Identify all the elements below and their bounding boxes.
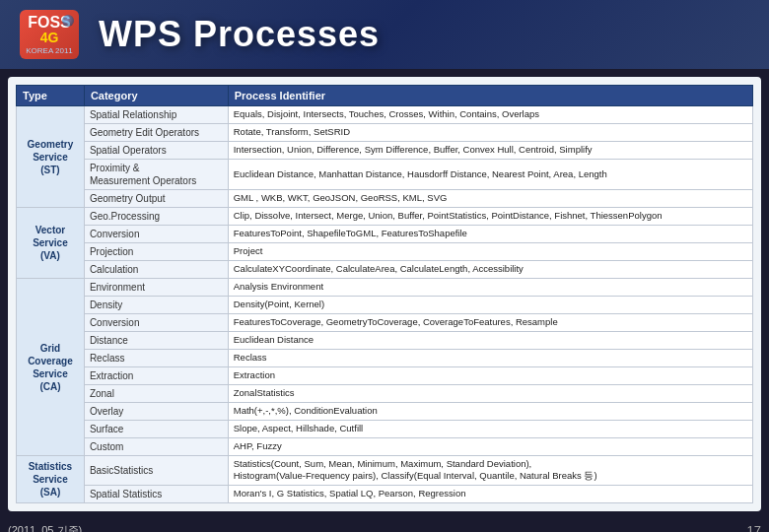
wps-table: Type Category Process Identifier Geometr… xyxy=(16,85,753,503)
page-number: 17 xyxy=(747,523,761,532)
table-row: Geometry Output GML , WKB, WKT, GeoJSON,… xyxy=(17,190,753,208)
header: FOSS 4G KOREA 2011 WPS Processes xyxy=(0,0,769,69)
table-row: Extraction Extraction xyxy=(17,367,753,385)
table-row: Spatial Statistics Moran's I, G Statisti… xyxy=(17,485,753,502)
table-row: Surface Slope, Aspect, Hillshade, Cutfil… xyxy=(17,421,753,438)
process-cell: Intersection, Union, Difference, Sym Dif… xyxy=(228,142,752,160)
category-cell: Custom xyxy=(84,438,228,456)
type-cell-grid: GridCoverageService(CA) xyxy=(17,279,85,456)
process-cell: Density(Point, Kernel) xyxy=(228,297,752,314)
process-cell: Reclass xyxy=(228,350,752,367)
logo-4g-text: 4G xyxy=(40,31,59,44)
process-cell: Moran's I, G Statistics, Spatial LQ, Pea… xyxy=(228,485,752,502)
col-process: Process Identifier xyxy=(228,86,752,106)
category-cell: Proximity &Measurement Operators xyxy=(84,160,228,190)
category-cell: Environment xyxy=(84,279,228,297)
process-cell: ZonalStatistics xyxy=(228,385,752,403)
process-cell: AHP, Fuzzy xyxy=(228,438,752,456)
category-cell: Conversion xyxy=(84,314,228,332)
category-cell: Spatial Statistics xyxy=(84,485,228,502)
process-cell: Equals, Disjoint, Intersects, Touches, C… xyxy=(228,106,752,124)
table-row: VectorService(VA) Geo.Processing Clip, D… xyxy=(17,208,753,226)
process-cell: Math(+,-,*,%), ConditionEvaluation xyxy=(228,403,752,421)
category-cell: Geometry Output xyxy=(84,190,228,208)
table-row: Distance Euclidean Distance xyxy=(17,332,753,350)
process-cell: Statistics(Count, Sum, Mean, Minimum, Ma… xyxy=(228,456,752,486)
category-cell: Projection xyxy=(84,243,228,261)
category-cell: BasicStatistics xyxy=(84,456,228,486)
col-category: Category xyxy=(84,86,228,106)
process-cell: Clip, Dissolve, Intersect, Merge, Union,… xyxy=(228,208,752,226)
table-row: Reclass Reclass xyxy=(17,350,753,367)
process-cell: FeaturesToPoint, ShapefileToGML, Feature… xyxy=(228,226,752,243)
process-cell: Rotate, Transform, SetSRID xyxy=(228,124,752,142)
table-row: Conversion FeaturesToPoint, ShapefileToG… xyxy=(17,226,753,243)
table-body: GeometryService(ST) Spatial Relationship… xyxy=(17,106,753,503)
category-cell: Overlay xyxy=(84,403,228,421)
category-cell: Zonal xyxy=(84,385,228,403)
type-cell-geometry: GeometryService(ST) xyxy=(17,106,85,208)
table-row: Density Density(Point, Kernel) xyxy=(17,297,753,314)
page-title: WPS Processes xyxy=(99,14,380,55)
footer: (2011. 05 기준) 17 xyxy=(0,519,769,532)
type-cell-statistics: StatisticsService(SA) xyxy=(17,456,85,503)
table-row: Overlay Math(+,-,*,%), ConditionEvaluati… xyxy=(17,403,753,421)
process-cell: CalculateXYCoordinate, CalculateArea, Ca… xyxy=(228,261,752,279)
table-row: Custom AHP, Fuzzy xyxy=(17,438,753,456)
table-header-row: Type Category Process Identifier xyxy=(17,86,753,106)
category-cell: Geo.Processing xyxy=(84,208,228,226)
category-cell: Calculation xyxy=(84,261,228,279)
category-cell: Conversion xyxy=(84,226,228,243)
process-cell: Project xyxy=(228,243,752,261)
table-row: Projection Project xyxy=(17,243,753,261)
table-row: GeometryService(ST) Spatial Relationship… xyxy=(17,106,753,124)
category-cell: Density xyxy=(84,297,228,314)
process-cell: Euclidean Distance xyxy=(228,332,752,350)
category-cell: Spatial Operators xyxy=(84,142,228,160)
process-cell: Euclidean Distance, Manhattan Distance, … xyxy=(228,160,752,190)
category-cell: Spatial Relationship xyxy=(84,106,228,124)
logo-box: FOSS 4G KOREA 2011 xyxy=(20,10,79,59)
table-row: Zonal ZonalStatistics xyxy=(17,385,753,403)
table-row: Conversion FeaturesToCoverage, GeometryT… xyxy=(17,314,753,332)
footer-date: (2011. 05 기준) xyxy=(8,523,82,532)
main-content: Type Category Process Identifier Geometr… xyxy=(8,77,761,511)
table-row: Proximity &Measurement Operators Euclide… xyxy=(17,160,753,190)
category-cell: Geometry Edit Operators xyxy=(84,124,228,142)
process-cell: Extraction xyxy=(228,367,752,385)
category-cell: Surface xyxy=(84,421,228,438)
category-cell: Extraction xyxy=(84,367,228,385)
logo-korea-text: KOREA 2011 xyxy=(26,46,73,55)
category-cell: Distance xyxy=(84,332,228,350)
table-row: Spatial Operators Intersection, Union, D… xyxy=(17,142,753,160)
table-row: GridCoverageService(CA) Environment Anal… xyxy=(17,279,753,297)
type-cell-vector: VectorService(VA) xyxy=(17,208,85,279)
category-cell: Reclass xyxy=(84,350,228,367)
process-cell: Slope, Aspect, Hillshade, Cutfill xyxy=(228,421,752,438)
process-cell: FeaturesToCoverage, GeometryToCoverage, … xyxy=(228,314,752,332)
table-row: Geometry Edit Operators Rotate, Transfor… xyxy=(17,124,753,142)
col-type: Type xyxy=(17,86,85,106)
logo-area: FOSS 4G KOREA 2011 xyxy=(20,10,79,59)
process-cell: Analysis Environment xyxy=(228,279,752,297)
process-cell: GML , WKB, WKT, GeoJSON, GeoRSS, KML, SV… xyxy=(228,190,752,208)
globe-icon xyxy=(62,15,74,27)
table-row: StatisticsService(SA) BasicStatistics St… xyxy=(17,456,753,486)
table-row: Calculation CalculateXYCoordinate, Calcu… xyxy=(17,261,753,279)
